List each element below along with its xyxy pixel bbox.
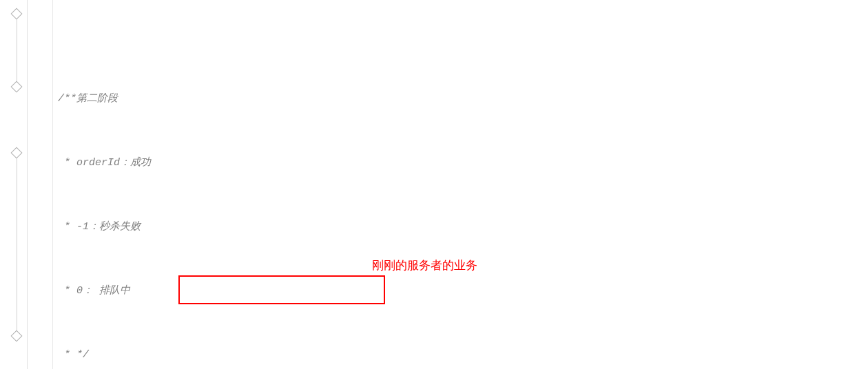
- code-line[interactable]: * -1：秒杀失败: [33, 216, 868, 238]
- comment-text: * orderId：成功: [58, 157, 151, 169]
- editor-gutter: [0, 0, 28, 369]
- fold-line: [17, 18, 17, 83]
- code-line[interactable]: * orderId：成功: [33, 152, 868, 173]
- code-line[interactable]: * */: [33, 344, 868, 366]
- code-line[interactable]: /**第二阶段: [33, 88, 868, 109]
- annotation-label: 刚刚的服务者的业务: [372, 255, 477, 276]
- code-line[interactable]: * 0： 排队中: [33, 280, 868, 302]
- comment-text: * */: [58, 349, 89, 361]
- fold-line: [17, 157, 17, 332]
- comment-text: * 0： 排队中: [58, 285, 130, 297]
- code-editor[interactable]: /**第二阶段 * orderId：成功 * -1：秒杀失败 * 0： 排队中 …: [28, 0, 868, 369]
- fold-marker-icon[interactable]: [11, 81, 23, 93]
- comment-text: * -1：秒杀失败: [58, 221, 141, 233]
- fold-marker-icon[interactable]: [11, 330, 23, 342]
- comment-text: /**第二阶段: [58, 93, 118, 105]
